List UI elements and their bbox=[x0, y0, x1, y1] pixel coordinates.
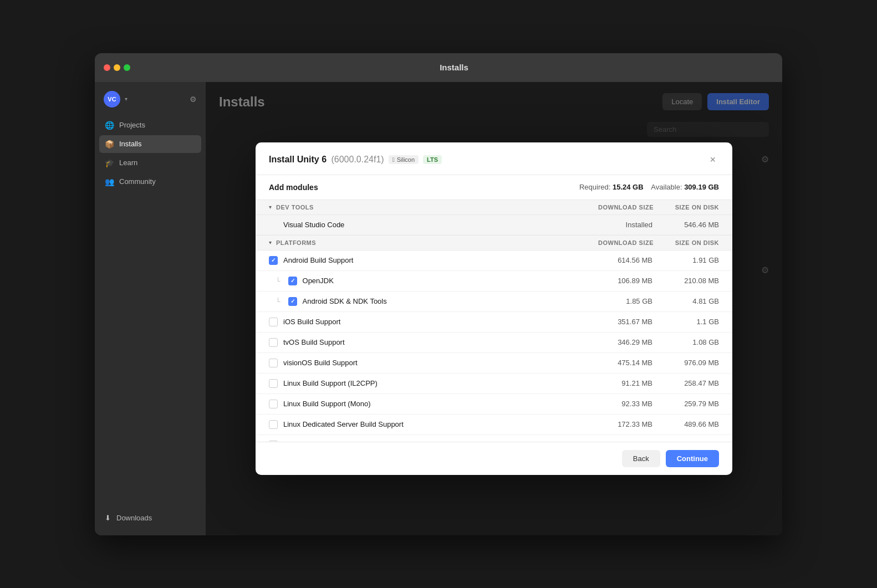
module-row-linux-server: Linux Dedicated Server Build Support 172… bbox=[256, 415, 732, 435]
title-bar: Installs bbox=[95, 53, 782, 82]
checkbox-linux-mono[interactable] bbox=[269, 400, 278, 408]
sidebar-item-label: Learn bbox=[119, 158, 137, 167]
module-name-android: Android Build Support bbox=[283, 256, 580, 264]
silicon-label: Silicon bbox=[397, 156, 415, 163]
settings-icon[interactable]: ⚙ bbox=[190, 95, 197, 104]
checkbox-android[interactable] bbox=[269, 256, 278, 265]
learn-icon: 🎓 bbox=[105, 158, 114, 167]
modal-close-button[interactable]: × bbox=[706, 154, 719, 166]
modal-title-text: Install Unity 6 bbox=[269, 155, 327, 164]
checkbox-visionos[interactable] bbox=[269, 359, 278, 367]
checkbox-linux-il2cpp[interactable] bbox=[269, 379, 278, 388]
modal-footer: Back Continue bbox=[256, 442, 732, 475]
indent-icon-openjdk: └ bbox=[276, 277, 281, 285]
sidebar: VC ▾ ⚙ 🌐 Projects 📦 Installs 🎓 Learn bbox=[95, 82, 206, 535]
module-dl-linux-mono: 92.33 MB bbox=[586, 400, 652, 408]
platforms-chevron-icon[interactable]: ▾ bbox=[269, 239, 272, 246]
sidebar-item-learn[interactable]: 🎓 Learn bbox=[99, 154, 201, 172]
silicon-badge:  Silicon bbox=[389, 155, 419, 164]
sidebar-item-label: Installs bbox=[119, 140, 141, 148]
checkbox-openjdk[interactable] bbox=[288, 277, 297, 285]
maximize-button[interactable] bbox=[124, 64, 130, 71]
user-chevron-icon[interactable]: ▾ bbox=[125, 96, 128, 102]
platforms-label: PLATFORMS bbox=[276, 239, 316, 246]
lts-badge: LTS bbox=[423, 155, 442, 164]
sidebar-item-label: Community bbox=[119, 177, 156, 186]
module-disk-ios: 1.1 GB bbox=[658, 318, 719, 326]
module-disk-linux-server: 489.66 MB bbox=[658, 420, 719, 428]
close-button[interactable] bbox=[104, 64, 110, 71]
checkbox-linux-server[interactable] bbox=[269, 420, 278, 429]
back-button[interactable]: Back bbox=[622, 450, 660, 467]
module-dl-android: 614.56 MB bbox=[586, 256, 652, 264]
module-row-visionos: visionOS Build Support 475.14 MB 976.09 … bbox=[256, 353, 732, 374]
devtools-dl-header: DOWNLOAD SIZE bbox=[587, 204, 654, 211]
indent-icon-sdkndk: └ bbox=[276, 298, 281, 305]
user-row: VC ▾ ⚙ bbox=[95, 86, 206, 116]
available-label: Available: bbox=[651, 183, 682, 191]
available-size: 309.19 GB bbox=[684, 183, 719, 191]
module-row-vscode: Visual Studio Code Installed 546.46 MB bbox=[256, 215, 732, 235]
modal-overlay: Install Unity 6 (6000.0.24f1)  Silicon … bbox=[206, 82, 782, 535]
module-name-linux-il2cpp: Linux Build Support (IL2CPP) bbox=[283, 379, 580, 387]
platforms-dl-header: DOWNLOAD SIZE bbox=[587, 239, 654, 246]
module-dl-sdkndk: 1.85 GB bbox=[586, 297, 652, 305]
module-disk-android: 1.91 GB bbox=[658, 256, 719, 264]
sidebar-bottom: ⬇ Downloads bbox=[95, 505, 206, 535]
sidebar-item-label: Projects bbox=[119, 121, 145, 129]
sidebar-nav: 🌐 Projects 📦 Installs 🎓 Learn 👥 Communit… bbox=[95, 116, 206, 191]
module-name-openjdk: OpenJDK bbox=[303, 277, 580, 285]
sidebar-item-downloads[interactable]: ⬇ Downloads bbox=[104, 509, 197, 526]
traffic-lights bbox=[104, 64, 130, 71]
module-name-vscode: Visual Studio Code bbox=[283, 221, 508, 229]
module-disk-sdkndk: 4.81 GB bbox=[658, 297, 719, 305]
add-modules-label: Add modules bbox=[269, 183, 318, 192]
module-disk-openjdk: 210.08 MB bbox=[658, 277, 719, 285]
window-title: Installs bbox=[135, 63, 773, 72]
apple-icon:  bbox=[392, 156, 395, 163]
devtools-section-header: ▾ DEV TOOLS DOWNLOAD SIZE SIZE ON DISK bbox=[256, 200, 732, 215]
module-name-tvos: tvOS Build Support bbox=[283, 338, 580, 346]
module-dl-linux-il2cpp: 91.21 MB bbox=[586, 379, 652, 387]
sidebar-item-projects[interactable]: 🌐 Projects bbox=[99, 116, 201, 134]
module-dl-linux-server: 172.33 MB bbox=[586, 420, 652, 428]
module-disk-linux-mono: 259.79 MB bbox=[658, 400, 719, 408]
module-name-sdkndk: Android SDK & NDK Tools bbox=[303, 297, 580, 305]
modal-title: Install Unity 6 (6000.0.24f1) bbox=[269, 155, 384, 165]
module-row-android: Android Build Support 614.56 MB 1.91 GB bbox=[256, 250, 732, 271]
module-dl-ios: 351.67 MB bbox=[586, 318, 652, 326]
module-row-tvos: tvOS Build Support 346.29 MB 1.08 GB bbox=[256, 333, 732, 353]
install-unity-modal: Install Unity 6 (6000.0.24f1)  Silicon … bbox=[256, 142, 732, 475]
continue-button[interactable]: Continue bbox=[666, 450, 719, 467]
checkbox-ios[interactable] bbox=[269, 318, 278, 326]
downloads-label: Downloads bbox=[116, 514, 152, 522]
downloads-icon: ⬇ bbox=[105, 514, 111, 522]
storage-info: Required: 15.24 GB Available: 309.19 GB bbox=[579, 183, 719, 191]
avatar[interactable]: VC bbox=[104, 91, 120, 108]
checkbox-tvos[interactable] bbox=[269, 338, 278, 347]
devtools-label: DEV TOOLS bbox=[276, 204, 314, 211]
module-dl-openjdk: 106.89 MB bbox=[586, 277, 652, 285]
module-row-mac-il2cpp: Mac Build Support (IL2CPP) 568.12 MB 1.7… bbox=[256, 435, 732, 442]
required-label: Required: bbox=[579, 183, 610, 191]
module-status-vscode: Installed bbox=[586, 221, 652, 229]
sidebar-item-community[interactable]: 👥 Community bbox=[99, 173, 201, 191]
modal-body: ▾ DEV TOOLS DOWNLOAD SIZE SIZE ON DISK V… bbox=[256, 200, 732, 442]
module-disk-linux-il2cpp: 258.47 MB bbox=[658, 379, 719, 387]
sidebar-item-installs[interactable]: 📦 Installs bbox=[99, 135, 201, 153]
devtools-chevron-icon[interactable]: ▾ bbox=[269, 204, 272, 210]
devtools-disk-header: SIZE ON DISK bbox=[658, 204, 719, 211]
module-row-linux-mono: Linux Build Support (Mono) 92.33 MB 259.… bbox=[256, 394, 732, 415]
module-row-ios: iOS Build Support 351.67 MB 1.1 GB bbox=[256, 312, 732, 333]
checkbox-sdkndk[interactable] bbox=[288, 297, 297, 306]
modal-subheader: Add modules Required: 15.24 GB Available… bbox=[256, 175, 732, 200]
module-name-linux-mono: Linux Build Support (Mono) bbox=[283, 400, 580, 408]
installs-icon: 📦 bbox=[105, 140, 114, 149]
globe-icon: 🌐 bbox=[105, 121, 114, 130]
platforms-section-header: ▾ PLATFORMS DOWNLOAD SIZE SIZE ON DISK bbox=[256, 235, 732, 250]
minimize-button[interactable] bbox=[114, 64, 120, 71]
module-dl-visionos: 475.14 MB bbox=[586, 359, 652, 367]
module-disk-vscode: 546.46 MB bbox=[658, 221, 719, 229]
main-area: Installs Locate Install Editor ⚙ ⚙ Insta… bbox=[206, 82, 782, 535]
module-name-visionos: visionOS Build Support bbox=[283, 359, 580, 367]
